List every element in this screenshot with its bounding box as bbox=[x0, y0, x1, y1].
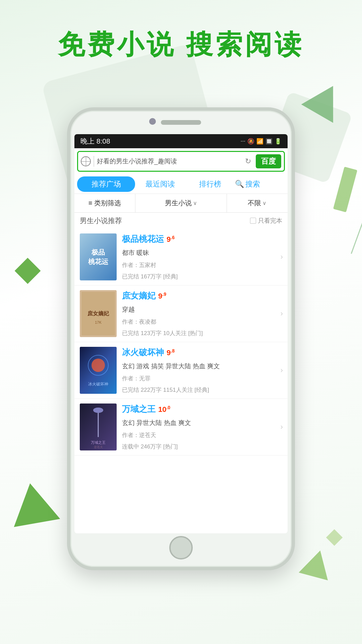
book-rating-2: 9.9 bbox=[158, 291, 166, 301]
book-cover-4: 万域之王 逆苍天 bbox=[80, 404, 117, 450]
book-info-4: 万域之王 10.0 玄幻 异世大陆 热血 爽文 作者：逆苍天 连载中 246万字… bbox=[122, 404, 282, 450]
svg-text:冰火破坏神: 冰火破坏神 bbox=[88, 382, 108, 386]
only-complete-filter[interactable]: 只看完本 bbox=[250, 217, 282, 225]
book-author-1: 作者：五家村 bbox=[122, 261, 282, 269]
chevron-limit-icon: ∨ bbox=[262, 200, 266, 206]
tab-recommend[interactable]: 推荐广场 bbox=[77, 176, 135, 192]
only-complete-label: 只看完本 bbox=[258, 217, 282, 225]
chevron-right-2: › bbox=[281, 309, 283, 318]
svg-text:逆苍天: 逆苍天 bbox=[94, 445, 103, 449]
bg-line-right bbox=[351, 216, 362, 254]
baidu-button[interactable]: 百度 bbox=[256, 154, 281, 168]
book-rating-4: 10.0 bbox=[158, 405, 170, 414]
svg-text:17K: 17K bbox=[95, 320, 102, 324]
book-author-4: 作者：逆苍天 bbox=[122, 431, 282, 439]
bg-diamond-bottom bbox=[326, 529, 343, 546]
book-title-row-3: 冰火破坏神 9.8 bbox=[122, 347, 282, 358]
chevron-right-1: › bbox=[281, 253, 283, 261]
mute-icon: 🔕 bbox=[247, 138, 254, 145]
book-info-3: 冰火破坏神 9.8 玄幻 游戏 搞笑 异世大陆 热血 爽文 作者：无罪 已完结 … bbox=[122, 347, 282, 394]
browser-url[interactable]: 好看的男生小说推荐_趣阅读 bbox=[97, 157, 240, 166]
list-icon: ≡ bbox=[88, 199, 93, 207]
tab-search[interactable]: 🔍 搜索 bbox=[235, 176, 285, 192]
phone-camera bbox=[149, 118, 156, 125]
status-time: 晚上 8:08 bbox=[80, 137, 110, 146]
book-title-3: 冰火破坏神 bbox=[122, 347, 164, 358]
book-cover-3: 冰火破坏神 bbox=[80, 347, 117, 394]
phone-screen: 晚上 8:08 ··· 🔕 📶 🔲 🔋 好看的男生小说推荐_趣阅读 ↻ 百度 bbox=[74, 134, 288, 533]
hero-title: 免费小说 搜索阅读 bbox=[0, 27, 362, 63]
phone-mockup: 晚上 8:08 ··· 🔕 📶 🔲 🔋 好看的男生小说推荐_趣阅读 ↻ 百度 bbox=[67, 107, 295, 570]
phone-home-button[interactable] bbox=[169, 536, 193, 559]
filter-gender[interactable]: 男生小说 ∨ bbox=[135, 194, 227, 212]
wifi-icon: 📶 bbox=[256, 138, 263, 145]
tab-ranking[interactable]: 排行榜 bbox=[185, 176, 235, 192]
bg-square-left bbox=[15, 258, 41, 284]
book-info-2: 庶女嫡妃 9.9 穿越 作者：夜凌都 已完结 123万字 10人关注 [热门] bbox=[122, 290, 282, 337]
chevron-gender-icon: ∨ bbox=[193, 200, 197, 206]
section-title: 男生小说推荐 bbox=[80, 216, 122, 225]
bg-bar-right bbox=[333, 167, 357, 212]
globe-icon bbox=[81, 156, 91, 166]
filter-category[interactable]: ≡ 类别筛选 bbox=[74, 194, 135, 212]
book-meta-1: 已完结 167万字 [经典] bbox=[122, 273, 282, 280]
gender-label: 男生小说 bbox=[165, 199, 192, 208]
book-item-2[interactable]: 庶女嫡妃 17K 庶女嫡妃 9.9 穿越 作者：夜凌都 已完结 123万字 10… bbox=[74, 285, 288, 342]
svg-point-6 bbox=[92, 359, 105, 372]
book-title-row-4: 万域之王 10.0 bbox=[122, 404, 282, 415]
tab-recent[interactable]: 最近阅读 bbox=[135, 176, 185, 192]
book-info-1: 极品桃花运 9.6 都市 暖昧 作者：五家村 已完结 167万字 [经典] bbox=[122, 233, 282, 280]
book-item-3[interactable]: 冰火破坏神 冰火破坏神 9.8 玄幻 游戏 搞笑 异世大陆 热血 爽文 作者：无… bbox=[74, 342, 288, 399]
phone-outer: 晚上 8:08 ··· 🔕 📶 🔲 🔋 好看的男生小说推荐_趣阅读 ↻ 百度 bbox=[67, 107, 295, 570]
book-meta-4: 连载中 246万字 [热门] bbox=[122, 443, 282, 450]
book-cover-1: 极品桃花运 bbox=[80, 233, 117, 280]
battery-icon: 🔋 bbox=[275, 138, 282, 145]
svg-text:万域之王: 万域之王 bbox=[91, 440, 106, 444]
limit-label: 不限 bbox=[248, 199, 261, 208]
svg-point-10 bbox=[93, 408, 103, 413]
browser-bar[interactable]: 好看的男生小说推荐_趣阅读 ↻ 百度 bbox=[77, 151, 285, 172]
only-complete-checkbox[interactable] bbox=[250, 218, 256, 224]
refresh-icon[interactable]: ↻ bbox=[242, 156, 254, 167]
search-icon: 🔍 bbox=[235, 180, 244, 189]
status-bar: 晚上 8:08 ··· 🔕 📶 🔲 🔋 bbox=[74, 134, 288, 148]
signal-icon: ··· bbox=[241, 138, 245, 145]
bg-triangle-bottom-right bbox=[299, 547, 335, 581]
section-header: 男生小说推荐 只看完本 bbox=[74, 213, 288, 229]
category-label: 类别筛选 bbox=[94, 199, 121, 208]
chevron-right-3: › bbox=[281, 366, 283, 375]
book-item-1[interactable]: 极品桃花运 极品桃花运 9.6 都市 暖昧 作者：五家村 已完结 167万字 [… bbox=[74, 229, 288, 285]
book-tags-4: 玄幻 异世大陆 热血 爽文 bbox=[122, 419, 282, 427]
book-author-3: 作者：无罪 bbox=[122, 375, 282, 382]
book-tags-1: 都市 暖昧 bbox=[122, 249, 282, 257]
book-item-4[interactable]: 万域之王 逆苍天 万域之王 10.0 玄幻 异世大陆 热血 爽文 作者：逆苍天 … bbox=[74, 399, 288, 455]
bg-triangle-top-right bbox=[301, 77, 349, 123]
book-title-1: 极品桃花运 bbox=[122, 233, 164, 245]
filter-limit[interactable]: 不限 ∨ bbox=[227, 194, 288, 212]
book-title-row-1: 极品桃花运 9.6 bbox=[122, 233, 282, 245]
filter-bar: ≡ 类别筛选 男生小说 ∨ 不限 ∨ bbox=[74, 194, 288, 213]
phone-speaker bbox=[161, 120, 201, 125]
status-icons: ··· 🔕 📶 🔲 🔋 bbox=[241, 138, 282, 145]
book-rating-3: 9.8 bbox=[167, 348, 175, 357]
tab-search-label: 搜索 bbox=[245, 179, 260, 189]
book-list: 极品桃花运 极品桃花运 9.6 都市 暖昧 作者：五家村 已完结 167万字 [… bbox=[74, 229, 288, 455]
book-cover-2: 庶女嫡妃 17K bbox=[80, 290, 117, 337]
book-meta-2: 已完结 123万字 10人关注 [热门] bbox=[122, 329, 282, 337]
bg-triangle-bottom-left bbox=[7, 479, 60, 527]
chevron-right-4: › bbox=[281, 423, 283, 431]
browser-divider bbox=[94, 156, 94, 167]
book-rating-1: 9.6 bbox=[167, 235, 175, 244]
book-author-2: 作者：夜凌都 bbox=[122, 318, 282, 326]
tab-bar: 推荐广场 最近阅读 排行榜 🔍 搜索 bbox=[74, 174, 288, 194]
book-title-row-2: 庶女嫡妃 9.9 bbox=[122, 290, 282, 301]
book-meta-3: 已完结 222万字 1151人关注 [经典] bbox=[122, 386, 282, 394]
book-title-2: 庶女嫡妃 bbox=[122, 290, 156, 301]
book-tags-2: 穿越 bbox=[122, 305, 282, 314]
sim-icon: 🔲 bbox=[265, 138, 273, 145]
book-title-4: 万域之王 bbox=[122, 404, 156, 415]
svg-text:庶女嫡妃: 庶女嫡妃 bbox=[87, 310, 109, 316]
book-tags-3: 玄幻 游戏 搞笑 异世大陆 热血 爽文 bbox=[122, 362, 282, 371]
